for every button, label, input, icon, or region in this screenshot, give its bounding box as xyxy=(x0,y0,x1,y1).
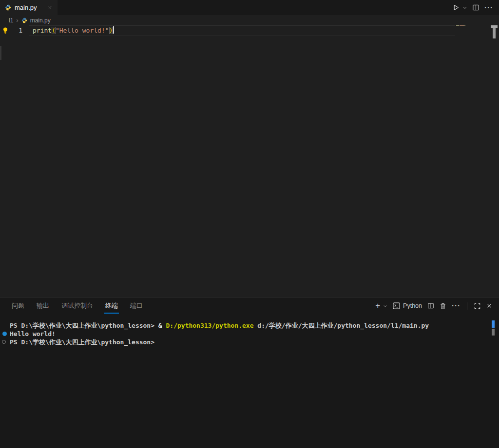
scrollbar-command-mark-blue xyxy=(492,320,495,328)
panel-tab-output[interactable]: 输出 xyxy=(36,299,50,314)
minimap[interactable] xyxy=(456,24,485,27)
breadcrumb: l1 › main.py xyxy=(9,15,51,25)
terminal-icon xyxy=(393,302,400,309)
new-terminal-icon[interactable]: + xyxy=(375,302,380,309)
tab-main-py[interactable]: main.py xyxy=(0,0,58,15)
line-number: 1 xyxy=(13,25,22,36)
vscode-window: main.py ··· l1 › xyxy=(0,0,499,448)
left-edge-decoration xyxy=(0,46,1,60)
panel-tab-ports[interactable]: 端口 xyxy=(129,299,144,314)
token-function: print xyxy=(33,27,52,34)
more-actions-icon[interactable]: ··· xyxy=(484,5,493,10)
terminal-scrollbar-track[interactable] xyxy=(490,319,490,448)
panel-header: 问题 输出 调试控制台 终端 端口 + Python xyxy=(0,298,499,314)
kill-terminal-trash-icon[interactable] xyxy=(440,302,446,310)
panel-toolbar: + Python ··· xyxy=(375,298,492,314)
close-tab-icon[interactable] xyxy=(47,5,53,10)
code-line[interactable]: print("Hello world!") xyxy=(33,25,114,36)
editor-area[interactable]: l1 › main.py 1 print("Hello world!") xyxy=(0,15,499,297)
terminal-python-exe-path: D:/python313/python.exe xyxy=(166,322,254,329)
panel-tab-problems[interactable]: 问题 xyxy=(11,299,25,314)
bottom-panel: 问题 输出 调试控制台 终端 端口 + Python xyxy=(0,297,499,448)
chevron-right-icon: › xyxy=(16,17,18,24)
run-dropdown-chevron-icon[interactable] xyxy=(462,5,467,10)
python-icon xyxy=(5,4,11,11)
text-cursor xyxy=(113,26,114,34)
terminal-line-prompt: PS D:\学校\作业\大四上作业\python_lesson> xyxy=(0,338,488,346)
python-icon xyxy=(21,18,27,23)
terminal-line-output: Hello world! xyxy=(0,330,488,338)
token-close-paren: ) xyxy=(109,27,113,34)
terminal-line-command: PS D:\学校\作业\大四上作业\python_lesson> & D:/py… xyxy=(0,321,488,330)
new-terminal-dropdown-chevron-icon[interactable] xyxy=(383,304,387,308)
lightbulb-icon[interactable] xyxy=(2,27,9,35)
terminal-profile-label: Python xyxy=(403,302,422,309)
toolbar-divider xyxy=(467,302,467,310)
terminal-output[interactable]: PS D:\学校\作业\大四上作业\python_lesson> & D:/py… xyxy=(0,321,488,346)
command-default-decoration-icon[interactable] xyxy=(2,340,6,344)
run-python-file-button[interactable] xyxy=(452,4,460,11)
terminal-script-arg: d:/学校/作业/大四上作业/python_lesson/l1/main.py xyxy=(254,322,429,329)
scrollbar-command-mark-gray xyxy=(492,329,495,336)
token-string: "Hello world!" xyxy=(56,27,109,34)
maximize-panel-icon[interactable] xyxy=(474,302,481,310)
tab-label: main.py xyxy=(15,4,37,11)
split-editor-icon[interactable] xyxy=(472,4,480,11)
terminal-prompt: PS D:\学校\作业\大四上作业\python_lesson> xyxy=(10,322,158,329)
editor-actions: ··· xyxy=(452,0,493,15)
terminal-profile-item[interactable]: Python xyxy=(393,302,422,309)
terminal-ampersand: & xyxy=(158,322,166,329)
breadcrumb-folder[interactable]: l1 xyxy=(9,17,13,24)
token-open-paren: ( xyxy=(52,27,56,34)
terminal-prompt: PS D:\学校\作业\大四上作业\python_lesson> xyxy=(10,338,154,346)
terminal-output-text: Hello world! xyxy=(10,330,56,337)
panel-tabs: 问题 输出 调试控制台 终端 端口 xyxy=(11,298,144,314)
overview-ruler-mark xyxy=(491,25,498,38)
close-panel-icon[interactable] xyxy=(486,303,492,309)
breadcrumb-file[interactable]: main.py xyxy=(30,17,51,24)
panel-tab-terminal[interactable]: 终端 xyxy=(104,299,119,314)
split-terminal-icon[interactable] xyxy=(427,302,434,309)
panel-tab-debug-console[interactable]: 调试控制台 xyxy=(60,299,94,314)
editor-tab-bar: main.py ··· xyxy=(0,0,499,15)
panel-more-actions-icon[interactable]: ··· xyxy=(452,303,461,308)
command-success-decoration-icon[interactable] xyxy=(2,332,7,336)
